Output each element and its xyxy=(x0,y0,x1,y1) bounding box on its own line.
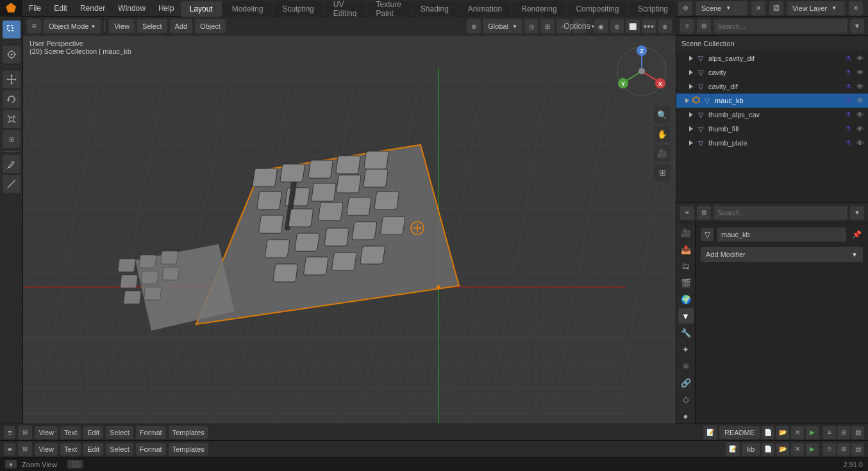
gizmo-toggle[interactable]: ⊗ xyxy=(658,19,672,33)
select-btn[interactable]: Select xyxy=(137,19,167,33)
select-tool-btn[interactable] xyxy=(3,21,21,38)
bb2-new[interactable]: 📄 xyxy=(762,443,774,456)
bb1-format[interactable]: Format xyxy=(136,426,166,439)
visibility-icon[interactable]: 👁 xyxy=(854,67,865,78)
properties-search-input[interactable] xyxy=(714,206,847,220)
bb2-select[interactable]: Select xyxy=(106,443,133,456)
move-tool-btn[interactable] xyxy=(3,70,21,88)
bb2-run[interactable]: ▶ xyxy=(806,443,819,456)
scene-selector[interactable]: Scene ▼ xyxy=(696,1,747,15)
transform-pivot-btn[interactable]: ◎ xyxy=(524,19,538,33)
outliner-item-thumb-plate[interactable]: ▽ thumb_plate ⚗ 👁 xyxy=(676,136,868,150)
tab-animation[interactable]: Animation xyxy=(459,1,511,17)
prop-tab-view-layer[interactable]: 🗂 xyxy=(678,258,694,274)
object-mode-btn[interactable]: Object Mode ▼ xyxy=(44,19,101,33)
prop-tab-render[interactable]: 🎥 xyxy=(678,225,694,240)
pan-btn[interactable]: ✋ xyxy=(654,126,671,142)
prop-tab-modifier[interactable]: 🔧 xyxy=(678,325,694,340)
prop-tab-scene[interactable]: 🎬 xyxy=(678,275,694,290)
snap-btn[interactable]: ⊞ xyxy=(540,19,555,33)
outliner-menu[interactable]: ≡ xyxy=(680,19,694,33)
bb2-side-view[interactable]: ▤ xyxy=(851,443,864,456)
bb2-grid-view[interactable]: ⊞ xyxy=(837,443,850,456)
visibility-icon[interactable]: 👁 xyxy=(854,109,865,120)
render-icon[interactable]: 🖼 xyxy=(769,1,783,15)
prop-tab-constraints[interactable]: 🔗 xyxy=(678,375,694,390)
menu-render[interactable]: Render xyxy=(74,0,112,16)
bb2-templates[interactable]: Templates xyxy=(169,443,208,456)
view-layer-selector[interactable]: View Layer ▼ xyxy=(787,1,845,15)
add-modifier-button[interactable]: Add Modifier ▼ xyxy=(701,247,863,262)
visibility-icon[interactable]: 👁 xyxy=(854,137,865,149)
bb1-edit[interactable]: Edit xyxy=(83,426,103,439)
visibility-icon[interactable]: 👁 xyxy=(854,95,865,106)
prop-tab-data[interactable]: ◇ xyxy=(678,392,694,407)
bb2-editor-type[interactable]: 📝 xyxy=(726,442,740,456)
bb2-format[interactable]: Format xyxy=(136,443,166,456)
bb1-side-view[interactable]: ▤ xyxy=(851,426,864,439)
xray-btn[interactable]: ⬜ xyxy=(626,19,640,33)
prop-tab-object[interactable]: ▼ xyxy=(678,308,694,324)
bb2-text[interactable]: Text xyxy=(60,443,81,456)
object-btn[interactable]: Object xyxy=(195,19,226,33)
outliner-options[interactable]: ⊞ xyxy=(697,19,711,33)
props-menu-btn[interactable]: ≡ xyxy=(680,206,694,220)
scene-options[interactable]: ✕ xyxy=(751,1,765,15)
tab-uv-editing[interactable]: UV Editing xyxy=(324,1,366,17)
prop-tab-material[interactable]: ● xyxy=(678,408,694,424)
menu-edit[interactable]: Edit xyxy=(47,0,74,16)
outliner-item-thumb-alps-cav[interactable]: ▽ thumb_alps_cav ⚗ 👁 xyxy=(676,108,868,122)
prop-tab-output[interactable]: 📤 xyxy=(678,242,694,257)
visibility-icon[interactable]: 👁 xyxy=(854,123,865,135)
bb1-open[interactable]: 📂 xyxy=(776,426,789,439)
cursor-tool-btn[interactable] xyxy=(3,45,21,63)
tab-rendering[interactable]: Rendering xyxy=(512,1,565,17)
menu-file[interactable]: File xyxy=(22,0,47,16)
bb2-list-view[interactable]: ≡ xyxy=(823,443,836,456)
zoom-in-btn[interactable]: 🔍 xyxy=(654,106,671,123)
bb1-new[interactable]: 📄 xyxy=(762,426,774,439)
render-preview-btn[interactable]: ●●● xyxy=(642,19,656,33)
scale-tool-btn[interactable] xyxy=(3,110,21,128)
tab-layout[interactable]: Layout xyxy=(181,1,222,17)
prop-tab-physics[interactable]: ⚛ xyxy=(678,358,694,374)
bb2-type-btn[interactable]: ⊞ xyxy=(18,442,32,456)
outliner-item-cavity-dif[interactable]: ▽ cavity_dif ⚗ 👁 xyxy=(676,79,868,94)
pin-icon[interactable]: 📌 xyxy=(850,228,863,241)
viewport-3d[interactable]: ≡ Object Mode ▼ View Select Add Object ⊕ xyxy=(23,17,676,424)
bb1-close[interactable]: ✕ xyxy=(791,426,804,439)
bb2-close[interactable]: ✕ xyxy=(791,443,804,456)
viewport-shading-btn[interactable]: ◉ xyxy=(594,19,608,33)
bb1-view[interactable]: View xyxy=(35,426,58,439)
layer-options[interactable]: ✕ xyxy=(849,1,863,15)
prop-tab-world[interactable]: 🌍 xyxy=(678,292,694,307)
outliner-item-mauc-kb[interactable]: ▽ mauc_kb ⚗ 👁 xyxy=(676,94,868,108)
transform-tool-btn[interactable]: ⊞ xyxy=(3,130,21,148)
props-filter-btn[interactable]: ▼ xyxy=(850,206,864,220)
object-name-input[interactable] xyxy=(717,227,846,242)
bb1-menu-btn[interactable]: ≡ xyxy=(4,426,15,439)
menu-window[interactable]: Window xyxy=(112,0,152,16)
bb1-type-btn[interactable]: ⊞ xyxy=(18,426,32,440)
bb1-run[interactable]: ▶ xyxy=(806,426,819,439)
bb1-grid-view[interactable]: ⊞ xyxy=(837,426,850,439)
menu-help[interactable]: Help xyxy=(152,0,181,16)
bb1-select[interactable]: Select xyxy=(106,426,133,439)
rotate-tool-btn[interactable] xyxy=(3,90,21,108)
bb2-edit[interactable]: Edit xyxy=(83,443,103,456)
outliner-search-input[interactable] xyxy=(714,19,847,33)
bb1-list-view[interactable]: ≡ xyxy=(823,426,836,439)
bb1-text[interactable]: Text xyxy=(60,426,81,439)
tab-compositing[interactable]: Compositing xyxy=(567,1,628,17)
visibility-icon[interactable]: 👁 xyxy=(854,81,865,92)
camera-btn[interactable]: 🎥 xyxy=(654,145,671,161)
bb1-templates[interactable]: Templates xyxy=(169,426,208,439)
outliner-item-thumb-fill[interactable]: ▽ thumb_fill ⚗ 👁 xyxy=(676,122,868,136)
tab-texture-paint[interactable]: Texture Paint xyxy=(367,1,410,17)
props-options-btn[interactable]: ⊞ xyxy=(697,206,711,220)
bb2-menu-btn[interactable]: ≡ xyxy=(4,443,15,456)
visibility-icon[interactable]: 👁 xyxy=(854,53,865,64)
view-all-btn[interactable]: ⊞ xyxy=(654,164,671,181)
overlay-btn[interactable]: ⊛ xyxy=(610,19,624,33)
tab-modeling[interactable]: Modeling xyxy=(223,1,272,17)
